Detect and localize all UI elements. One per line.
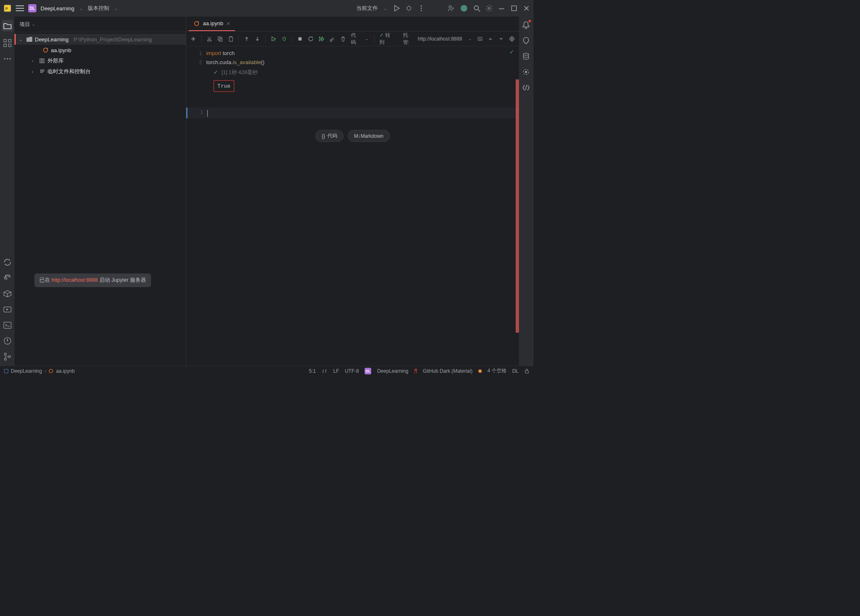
paste-icon[interactable] [228,36,234,42]
chevron-down-icon[interactable]: ⌄ [365,36,368,41]
collapse-down-icon[interactable] [498,36,504,42]
chevron-right-icon[interactable]: › [32,59,37,63]
tree-ext-libs[interactable]: › 外部库 [14,55,186,66]
svg-rect-25 [40,59,41,63]
variables-icon[interactable] [477,36,483,42]
vcs-menu[interactable]: 版本控制 [88,5,109,12]
tree-path: P:\Python_Project\DeepLearning [74,36,152,43]
active-code-cell[interactable]: 1 [186,108,519,118]
packages-icon[interactable] [3,290,12,298]
project-title[interactable]: 项目 [19,21,30,28]
tree-scratches[interactable]: › 临时文件和控制台 [14,66,186,77]
project-tool-icon[interactable] [2,20,13,31]
debug-cell-icon[interactable] [281,36,287,42]
svg-point-43 [525,71,527,73]
coverage-icon[interactable] [522,68,530,76]
lock-icon[interactable] [524,369,529,374]
theme-name[interactable]: GitHub Dark (Material) [423,368,473,374]
services-icon[interactable] [3,305,12,314]
sync-icon[interactable] [3,258,12,266]
svg-point-7 [474,6,478,10]
maximize-button[interactable] [510,5,518,12]
code-cell[interactable]: 12 import torch torch.cuda.is_available(… [186,49,519,94]
svg-rect-37 [298,37,302,41]
close-button[interactable] [523,5,530,12]
project-tree: ⌄ DeepLearning P:\Python_Project\DeepLea… [14,32,186,79]
run-cell-icon[interactable] [271,36,276,42]
chevron-down-icon[interactable]: ⌄ [384,6,387,11]
current-file-label[interactable]: 当前文件 [356,5,378,12]
cell-type-selector[interactable]: 代码 [351,32,360,46]
browser-icon[interactable] [509,36,515,42]
project-name[interactable]: DeepLearning [41,5,74,12]
cut-icon[interactable] [207,36,212,42]
svg-point-44 [49,369,53,373]
svg-point-8 [488,7,490,10]
svg-point-2 [407,7,411,10]
line-separator[interactable]: LF [333,368,339,374]
tree-root[interactable]: ⌄ DeepLearning P:\Python_Project\DeepLea… [14,34,186,45]
database-icon[interactable] [522,52,530,60]
scroll-indicator[interactable] [516,79,519,333]
interpreter-badge[interactable]: DL [365,368,371,374]
jupyter-host[interactable]: http://localhost:8888 [418,36,462,42]
more-tool-icon[interactable] [3,55,12,63]
breadcrumb-item[interactable]: aa.ipynb [56,368,74,374]
avatar[interactable] [460,4,468,12]
stop-icon[interactable] [297,36,303,42]
add-markdown-cell-button[interactable]: M↓Markdown [348,130,389,142]
terminal-icon[interactable] [3,321,12,329]
clear-output-icon[interactable] [329,36,335,42]
structure-tool-icon[interactable] [3,39,12,47]
more-icon[interactable] [418,5,425,12]
trust-label: 托管: [403,32,413,46]
copy-icon[interactable] [217,36,223,42]
chevron-right-icon[interactable]: › [32,70,37,74]
code-content[interactable]: import torch torch.cuda.is_available() ✓… [206,49,519,94]
chevron-down-icon[interactable]: ⌄ [19,37,24,42]
run-all-icon[interactable] [319,36,324,42]
search-icon[interactable] [473,5,480,12]
editor-tab[interactable]: aa.ipynb × [189,17,235,31]
collab-icon[interactable] [447,5,455,12]
chevron-down-icon[interactable]: ⌄ [32,22,35,26]
problems-icon[interactable] [3,337,12,345]
menu-icon[interactable] [16,5,24,11]
move-up-icon[interactable] [244,36,250,42]
add-code-cell-button[interactable]: {}代码 [315,130,344,142]
close-tab-icon[interactable]: × [226,20,230,27]
chevron-down-icon[interactable]: ⌄ [79,6,83,11]
move-down-icon[interactable] [255,36,260,42]
indent-info[interactable]: 4 个空格 [488,367,507,374]
settings-icon[interactable] [485,5,493,12]
svg-point-21 [4,358,6,360]
breadcrumb-item[interactable]: DeepLearning [11,368,42,374]
ai-icon[interactable] [522,36,530,45]
add-cell-icon[interactable] [190,36,196,42]
collapse-up-icon[interactable] [488,36,493,42]
endpoints-icon[interactable] [522,84,530,92]
interpreter-name[interactable]: DeepLearning [377,368,408,374]
notifications-icon[interactable] [522,21,530,29]
svg-rect-18 [4,322,11,328]
restart-icon[interactable] [308,36,314,42]
run-icon[interactable] [393,5,400,12]
vcs-tool-icon[interactable] [3,352,12,361]
popup-url[interactable]: http://localhost:8888 [51,277,98,283]
svg-point-16 [9,58,10,59]
tree-file[interactable]: aa.ipynb [14,45,186,55]
code-content[interactable] [207,108,519,118]
encoding[interactable]: UTF-8 [345,368,359,374]
line-sep-icon[interactable] [322,368,327,374]
cursor-position[interactable]: 5:1 [309,368,316,374]
folder-icon [26,37,32,42]
python-console-icon[interactable] [3,274,12,282]
debug-icon[interactable] [405,5,413,12]
minimize-button[interactable] [498,5,505,12]
line-number: 1 [190,108,207,118]
goto-action[interactable]: ✓ 转到 [380,32,393,46]
delete-cell-icon[interactable] [340,36,346,42]
chevron-down-icon[interactable]: ⌄ [468,36,471,41]
svg-point-24 [47,48,48,49]
chevron-down-icon[interactable]: ⌄ [114,6,118,11]
